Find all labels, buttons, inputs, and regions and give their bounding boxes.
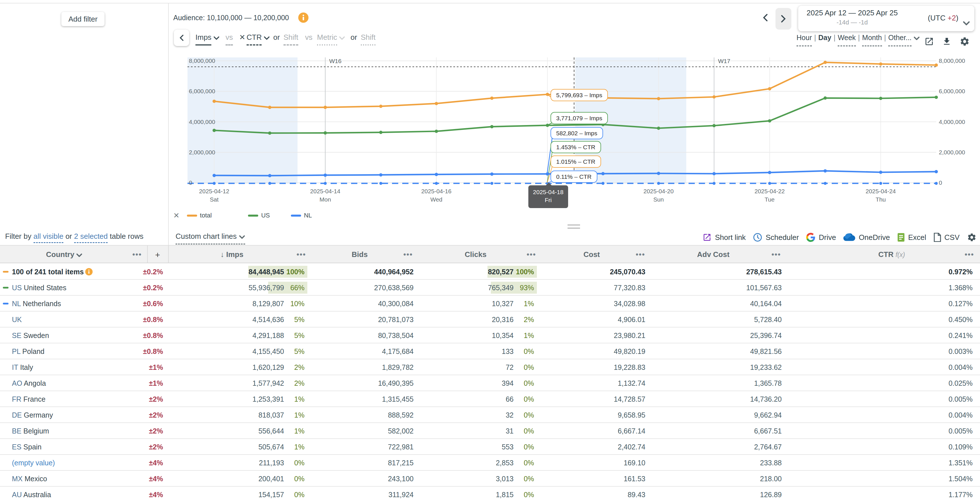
svg-text:6,000,000: 6,000,000 <box>939 88 965 94</box>
svg-text:2025-04-22: 2025-04-22 <box>754 188 784 194</box>
svg-text:W16: W16 <box>329 58 341 64</box>
svg-text:8,000,000: 8,000,000 <box>189 57 215 64</box>
svg-text:W17: W17 <box>718 58 730 64</box>
svg-text:6,000,000: 6,000,000 <box>189 88 215 94</box>
svg-text:2,000,000: 2,000,000 <box>939 149 965 156</box>
svg-text:Thu: Thu <box>875 196 886 203</box>
svg-text:2025-04-24: 2025-04-24 <box>865 188 896 194</box>
svg-text:8,000,000: 8,000,000 <box>939 57 965 64</box>
svg-text:4,000,000: 4,000,000 <box>939 118 965 125</box>
svg-text:Tue: Tue <box>765 196 775 203</box>
svg-text:2025-04-12: 2025-04-12 <box>199 188 229 194</box>
svg-text:Wed: Wed <box>430 196 442 203</box>
svg-text:Mon: Mon <box>320 196 331 203</box>
svg-text:0: 0 <box>189 179 192 186</box>
svg-text:2,000,000: 2,000,000 <box>189 149 215 156</box>
svg-text:0: 0 <box>939 179 942 186</box>
svg-text:Sat: Sat <box>210 196 218 203</box>
svg-text:4,000,000: 4,000,000 <box>189 118 215 125</box>
svg-text:2025-04-20: 2025-04-20 <box>643 188 673 194</box>
svg-text:2025-04-14: 2025-04-14 <box>310 188 340 194</box>
svg-text:2025-04-16: 2025-04-16 <box>421 188 451 194</box>
svg-text:Sun: Sun <box>653 196 664 203</box>
